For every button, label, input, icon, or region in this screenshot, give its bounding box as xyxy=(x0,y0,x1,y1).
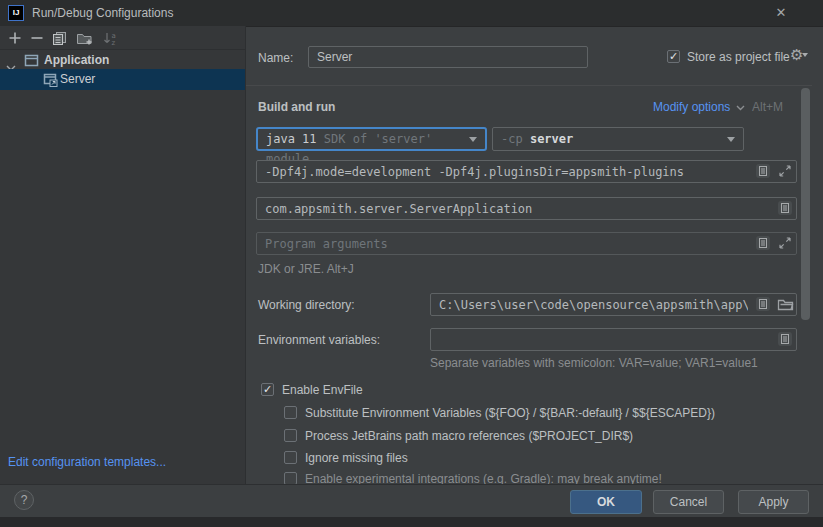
environment-variables-input[interactable] xyxy=(430,328,797,351)
build-and-run-header: Build and run xyxy=(258,100,335,114)
experimental-integrations-label: Enable experimental integrations (e.g. G… xyxy=(305,472,662,484)
background-strip xyxy=(0,517,823,527)
expand-field-icon[interactable] xyxy=(778,164,794,180)
enable-envfile-label: Enable EnvFile xyxy=(282,383,363,397)
vertical-scrollbar[interactable] xyxy=(801,88,810,320)
sort-configurations-icon[interactable]: az xyxy=(102,31,118,46)
main-class-input[interactable] xyxy=(256,197,797,220)
tree-group-application[interactable]: Application xyxy=(0,50,245,70)
environment-variables-hint: Separate variables with semicolon: VAR=v… xyxy=(430,356,758,370)
combo-arrow-icon xyxy=(469,137,477,142)
apply-button[interactable]: Apply xyxy=(738,490,809,514)
store-as-project-file-label: Store as project file xyxy=(687,50,790,64)
substitute-env-vars-label: Substitute Environment Variables (${FOO}… xyxy=(305,406,715,420)
environment-variables-label: Environment variables: xyxy=(258,333,380,347)
intellij-logo-icon: IJ xyxy=(8,5,24,21)
experimental-integrations-checkbox[interactable] xyxy=(284,472,297,484)
browse-folder-icon[interactable] xyxy=(777,298,793,314)
jdk-combobox-value: java 11 xyxy=(266,132,317,146)
help-button[interactable]: ? xyxy=(14,490,34,510)
vm-options-input[interactable] xyxy=(256,160,797,183)
process-path-macro-checkbox[interactable] xyxy=(284,429,297,442)
expand-editor-icon[interactable] xyxy=(755,296,771,312)
configurations-sidebar xyxy=(0,26,245,484)
new-folder-icon[interactable] xyxy=(76,31,92,46)
store-settings-gear-icon[interactable]: ⚙ xyxy=(790,47,808,62)
ok-button[interactable]: OK xyxy=(570,490,642,514)
dialog-title: Run/Debug Configurations xyxy=(32,6,173,20)
classpath-combobox[interactable]: -cp server xyxy=(492,127,744,151)
panel-divider xyxy=(245,26,246,484)
expand-editor-icon[interactable] xyxy=(777,200,793,216)
substitute-env-vars-checkbox[interactable] xyxy=(284,406,297,419)
modify-options-link[interactable]: Modify options xyxy=(653,100,745,114)
expand-field-icon[interactable] xyxy=(778,236,794,252)
working-directory-input[interactable] xyxy=(430,293,797,316)
check-icon: ✓ xyxy=(263,383,272,395)
tree-group-label: Application xyxy=(44,50,109,70)
name-label: Name: xyxy=(258,51,293,65)
check-icon: ✓ xyxy=(669,50,678,62)
gear-dropdown-arrow xyxy=(802,53,808,57)
name-input[interactable] xyxy=(308,46,588,68)
copy-configuration-icon[interactable] xyxy=(52,31,68,46)
combo-arrow-icon xyxy=(727,137,735,142)
program-arguments-input[interactable] xyxy=(256,232,797,255)
svg-text:z: z xyxy=(112,39,116,46)
section-divider xyxy=(246,85,812,86)
classpath-prefix: -cp xyxy=(501,132,523,146)
store-as-project-file-checkbox[interactable]: ✓ xyxy=(667,50,680,63)
jdk-hint: JDK or JRE. Alt+J xyxy=(258,262,354,276)
experimental-integrations-row[interactable]: Enable experimental integrations (e.g. G… xyxy=(284,472,804,484)
expand-editor-icon[interactable] xyxy=(755,163,771,179)
tree-item-server[interactable]: Server xyxy=(0,69,245,90)
chevron-down-icon xyxy=(736,100,745,114)
cancel-button[interactable]: Cancel xyxy=(653,490,724,514)
modify-options-shortcut: Alt+M xyxy=(752,100,783,114)
run-configuration-icon xyxy=(43,73,58,94)
expand-editor-icon[interactable] xyxy=(777,331,793,347)
remove-configuration-icon[interactable] xyxy=(30,31,46,46)
classpath-value: server xyxy=(530,132,573,146)
edit-configuration-templates-link[interactable]: Edit configuration templates... xyxy=(8,455,166,469)
ignore-missing-files-label: Ignore missing files xyxy=(305,451,408,465)
add-configuration-icon[interactable] xyxy=(8,31,24,46)
enable-envfile-checkbox[interactable]: ✓ xyxy=(261,383,274,396)
process-path-macro-label: Process JetBrains path macro references … xyxy=(305,429,633,443)
close-icon[interactable]: ✕ xyxy=(772,5,790,21)
jdk-combobox[interactable]: java 11 SDK of 'server' module xyxy=(256,127,487,151)
tree-item-label: Server xyxy=(60,69,95,90)
ignore-missing-files-checkbox[interactable] xyxy=(284,451,297,464)
expand-editor-icon[interactable] xyxy=(755,235,771,251)
working-directory-label: Working directory: xyxy=(258,298,354,312)
title-bar: IJ Run/Debug Configurations ✕ xyxy=(0,0,823,27)
run-debug-configurations-dialog: IJ Run/Debug Configurations ✕ az Applica… xyxy=(0,0,823,527)
